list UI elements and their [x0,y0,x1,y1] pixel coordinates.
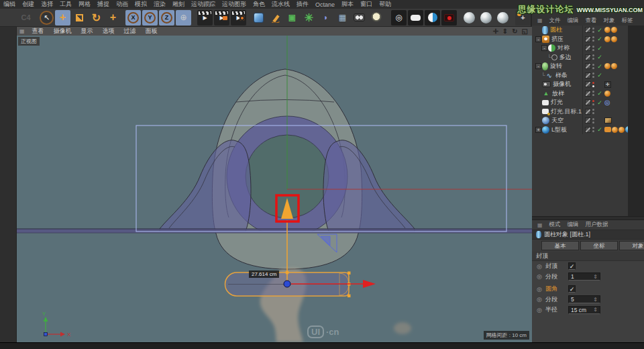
menu-item[interactable]: 插件 [293,0,312,9]
scene-light-icon[interactable] [368,10,384,26]
visibility-dots[interactable] [592,54,595,60]
menu-item[interactable]: 选择 [38,0,56,9]
menu-item[interactable]: 模拟 [131,0,150,9]
om-menu-item[interactable]: 对象 [600,17,619,25]
object-row-light-target[interactable]: 灯光.目标.1 [532,107,628,117]
target-tag[interactable]: ◎ [604,99,610,106]
menu-item[interactable]: 脚本 [338,0,357,9]
visibility-dots[interactable] [592,46,595,51]
render-settings-icon[interactable]: ▶ [231,10,246,26]
menu-item[interactable]: 窗口 [357,0,376,9]
visibility-dots[interactable] [592,91,595,96]
menu-item[interactable]: 捕捉 [94,0,113,9]
stepper-icon[interactable]: ⇕ [593,274,598,280]
material-camera-icon[interactable] [441,10,457,26]
enabled-check[interactable]: ✓ [596,72,603,79]
material-half-icon[interactable] [425,10,440,26]
viewport-pan-icon[interactable]: ✛ [492,28,498,35]
layer-toggle[interactable] [585,109,591,115]
object-row-sky[interactable]: 天空 [532,116,628,126]
stepper-icon[interactable]: ⇕ [593,307,598,313]
material-tag[interactable] [611,36,617,42]
material-tag[interactable] [612,127,618,133]
render-view-icon[interactable]: ▶ [197,10,213,26]
key-ring-icon[interactable]: ◎ [536,286,543,293]
object-row-loft[interactable]: ▲ 放样 ✓ [532,89,628,99]
gizmo-x-arrow[interactable] [363,280,376,288]
key-ring-icon[interactable]: ◎ [536,273,543,280]
lock-y-axis-icon[interactable]: Y [142,10,158,26]
menu-item[interactable]: 角色 [250,0,268,9]
tab-coordinates[interactable]: 坐标 [580,241,618,250]
layer-toggle[interactable] [585,63,591,69]
visibility-dots[interactable] [592,127,595,132]
am-menu-item[interactable]: 用户数据 [582,221,612,229]
material-sphere-icon[interactable] [495,10,511,26]
layer-toggle[interactable] [585,91,591,97]
object-row-symmetry[interactable]: - 对称 ✓ [532,44,628,53]
floor-icon[interactable]: ▦ [335,10,350,26]
fillet-segments-field[interactable]: 5 ⇕ [568,295,600,303]
object-row-camera[interactable]: 摄像机 ✛ [532,80,628,89]
menu-item[interactable]: 网格 [75,0,94,9]
enabled-check[interactable]: ✓ [596,54,603,60]
visibility-dots[interactable] [592,28,595,33]
object-row-cylinder[interactable]: 圆柱 ✓ [532,26,628,35]
material-tag[interactable] [611,27,617,33]
viewport-menu-item[interactable]: 显示 [76,27,98,36]
enabled-check[interactable]: ✓ [596,99,603,106]
viewport-menu-item[interactable]: 过滤 [119,27,141,36]
menu-item[interactable]: 渲染 [150,0,169,9]
viewport-menu-item[interactable]: 选项 [98,27,119,36]
viewport[interactable]: 正视图 27.614 cm 网格间距 : 10 cm UI·cn [17,36,532,342]
material-tag[interactable] [604,63,610,69]
phong-tag[interactable] [604,127,611,132]
generators-icon[interactable]: ▣ [284,10,300,26]
visibility-dots[interactable] [592,100,595,105]
viewport-menu-item[interactable]: 查看 [28,27,49,36]
material-target-icon[interactable]: ◎ [391,10,407,26]
enabled-check[interactable]: ✓ [596,90,603,97]
object-manager-scroll-area[interactable] [628,26,644,216]
stepper-icon[interactable]: ⇕ [593,297,598,303]
object-row-light[interactable]: 灯光 ✓ ◎ [532,98,628,107]
layer-toggle[interactable] [585,27,591,33]
caps-checkbox[interactable]: ✓ [568,262,576,270]
fillet-radius-field[interactable]: 15 cm ⇕ [568,306,600,314]
enabled-check[interactable]: ✓ [596,63,603,70]
render-picture-viewer-icon[interactable]: ▶ [214,10,229,26]
layer-toggle[interactable] [585,99,591,105]
coordinate-system-icon[interactable]: ⊕ [176,10,191,26]
menu-item[interactable]: 雕刻 [169,0,188,9]
select-tool-icon[interactable]: ↖ [40,11,54,25]
material-rounded-icon[interactable] [408,10,423,26]
visibility-dots[interactable] [592,109,595,114]
menu-item[interactable]: 帮助 [376,0,394,9]
om-menu-item[interactable]: 文件 [546,17,564,25]
object-row-ngon[interactable]: └ 多边 ✓ [532,53,628,62]
handle[interactable] [347,272,351,275]
om-menu-item[interactable]: 查看 [582,17,600,25]
material-tag[interactable] [619,127,625,133]
gizmo-origin[interactable] [284,281,290,287]
object-row-extrude[interactable]: - 挤压 ✓ [532,35,628,44]
handle[interactable] [347,295,351,298]
material-sphere-icon[interactable] [478,10,494,26]
fillet-checkbox[interactable]: ✓ [568,285,576,293]
visibility-dots[interactable] [592,36,595,42]
tab-basic[interactable]: 基本 [541,241,579,250]
material-tag[interactable] [604,91,610,97]
viewport-menu-item[interactable]: 摄像机 [49,27,76,36]
material-sphere-icon[interactable] [462,10,477,26]
object-row-lathe[interactable]: - 旋转 ✓ [532,62,628,71]
menu-item[interactable]: 编辑 [0,0,19,9]
viewport-rotate-icon[interactable]: ↻ [512,28,517,35]
panel-grid-icon[interactable]: ▦ [534,222,546,228]
tab-object[interactable]: 对象 [619,241,644,250]
viewport-zoom-icon[interactable]: ⇕ [502,28,508,35]
scene-camera-icon[interactable] [352,10,367,26]
object-row-l-board[interactable]: + L型板 ✓ [532,126,628,135]
menu-item[interactable]: 运动跟踪 [188,0,219,9]
section-caps[interactable]: 封顶 [532,252,644,261]
panel-grid-icon[interactable]: ▦ [534,17,546,23]
